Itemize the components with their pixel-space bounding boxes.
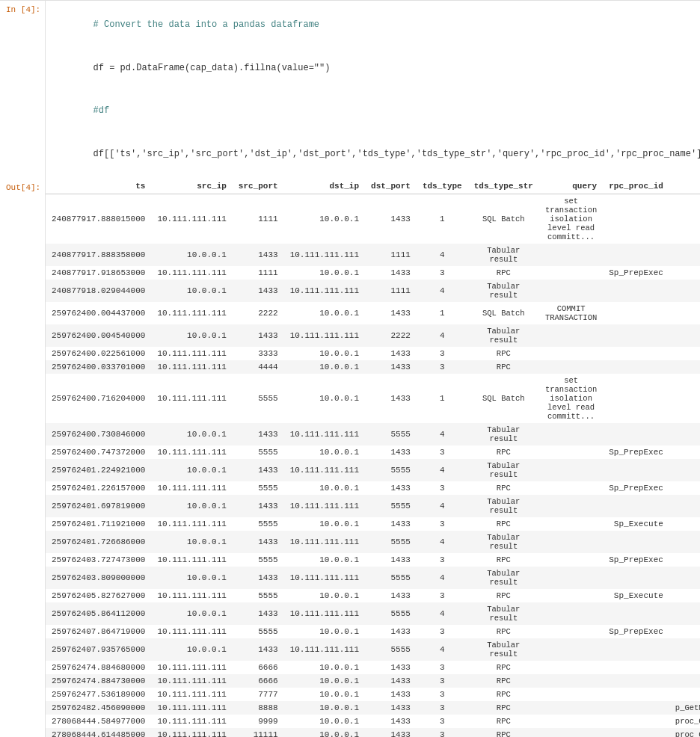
table-cell	[669, 459, 700, 481]
table-cell	[539, 324, 603, 347]
table-cell: 1111	[233, 194, 284, 244]
table-cell: 10.111.111.111	[151, 194, 232, 244]
cell-code-content[interactable]: # Convert the data into a pandas datafra…	[45, 1, 700, 179]
table-cell: 259762401.224921000	[46, 459, 151, 481]
table-cell	[603, 280, 669, 302]
table-cell: 10.111.111.111	[151, 625, 232, 638]
table-cell: RPC	[468, 553, 539, 567]
table-cell: 10.111.111.111	[151, 674, 232, 688]
table-cell: 5555	[233, 517, 284, 531]
table-cell: RPC	[468, 360, 539, 374]
code-line-2: df = pd.DataFrame(cap_data).fillna(value…	[93, 63, 331, 73]
table-cell: Tabular result	[468, 495, 539, 517]
table-cell: 278068444.584977000	[46, 715, 151, 728]
table-cell: 1433	[365, 625, 417, 638]
table-cell	[669, 194, 700, 244]
table-row: 259762401.22492100010.0.0.1143310.111.11…	[46, 459, 700, 481]
table-cell: RPC	[468, 728, 539, 737]
table-cell: 1	[417, 194, 468, 244]
table-cell: 1433	[365, 589, 417, 602]
table-cell	[539, 589, 603, 602]
table-cell	[669, 625, 700, 638]
table-cell: Sp_Execute	[603, 589, 669, 602]
table-cell: 10.0.0.1	[284, 374, 365, 423]
table-cell	[603, 688, 669, 701]
table-cell: 10.111.111.111	[284, 602, 365, 625]
table-cell: 1111	[233, 266, 284, 280]
output-content[interactable]: ts src_ip src_port dst_ip dst_port tds_t…	[45, 179, 700, 737]
table-cell: 10.0.0.1	[151, 459, 232, 481]
table-cell: 259762482.456090000	[46, 701, 151, 715]
table-cell: 3	[417, 266, 468, 280]
table-cell: 5555	[365, 423, 417, 445]
table-cell: 4	[417, 567, 468, 589]
table-cell: 1433	[365, 445, 417, 459]
table-cell	[539, 715, 603, 728]
table-cell: 1433	[233, 531, 284, 553]
table-cell: 10.0.0.1	[284, 266, 365, 280]
table-cell: 8888	[233, 701, 284, 715]
table-cell: 1433	[365, 674, 417, 688]
table-row: 259762407.86471900010.111.111.111555510.…	[46, 625, 700, 638]
table-cell: 259762400.004437000	[46, 302, 151, 324]
table-cell: 11111	[233, 728, 284, 737]
table-cell	[603, 638, 669, 661]
table-cell: Tabular result	[468, 423, 539, 445]
table-row: 259762400.71620400010.111.111.111555510.…	[46, 374, 700, 423]
table-cell: 10.111.111.111	[151, 661, 232, 674]
table-row: 240877917.91865300010.111.111.111111110.…	[46, 266, 700, 280]
output-cell: Out[4]: ts src_ip src_port dst_ip dst_po…	[0, 179, 700, 737]
table-cell: 1433	[365, 347, 417, 360]
table-cell: 5555	[365, 638, 417, 661]
table-cell: 10.111.111.111	[284, 531, 365, 553]
table-cell: 10.111.111.111	[151, 445, 232, 459]
table-cell: 5555	[365, 459, 417, 481]
table-cell: 10.0.0.1	[151, 324, 232, 347]
table-cell	[669, 481, 700, 495]
table-cell: 10.111.111.111	[151, 688, 232, 701]
table-cell: 259762401.711921000	[46, 517, 151, 531]
table-cell: 10.0.0.1	[284, 728, 365, 737]
table-cell	[539, 517, 603, 531]
table-cell	[539, 602, 603, 625]
table-cell: 1433	[365, 360, 417, 374]
table-cell: 10.0.0.1	[151, 602, 232, 625]
table-row: 240877917.88835800010.0.0.1143310.111.11…	[46, 244, 700, 266]
table-cell: 10.0.0.1	[284, 674, 365, 688]
table-cell: 3	[417, 445, 468, 459]
table-cell	[539, 495, 603, 517]
table-cell: Tabular result	[468, 638, 539, 661]
table-cell	[669, 423, 700, 445]
table-cell: RPC	[468, 688, 539, 701]
table-cell: 259762407.864719000	[46, 625, 151, 638]
table-cell: 10.0.0.1	[284, 701, 365, 715]
table-row: 259762405.86411200010.0.0.1143310.111.11…	[46, 602, 700, 625]
table-row: 259762405.82762700010.111.111.111555510.…	[46, 589, 700, 602]
table-cell: p_SaveExamp	[669, 674, 700, 688]
table-body: 240877917.88801500010.111.111.111111110.…	[46, 194, 700, 737]
table-cell: 259762400.004540000	[46, 324, 151, 347]
table-cell: 1433	[365, 715, 417, 728]
table-row: 259762401.71192100010.111.111.111555510.…	[46, 517, 700, 531]
table-cell: SQL Batch	[468, 302, 539, 324]
table-cell: 3	[417, 688, 468, 701]
table-cell: 259762403.727473000	[46, 553, 151, 567]
table-cell: 10.0.0.1	[284, 625, 365, 638]
table-cell: COMMIT TRANSACTION	[539, 302, 603, 324]
table-cell: 10.111.111.111	[284, 423, 365, 445]
table-cell: 5555	[365, 495, 417, 517]
table-cell	[603, 423, 669, 445]
table-cell	[539, 360, 603, 374]
table-cell: 1433	[233, 280, 284, 302]
table-cell: 2222	[365, 324, 417, 347]
table-cell: 4	[417, 638, 468, 661]
table-row: 278068444.61448500010.111.111.1111111110…	[46, 728, 700, 737]
table-cell: 4	[417, 423, 468, 445]
col-header-dst-ip: dst_ip	[284, 179, 365, 194]
table-cell: 10.0.0.1	[284, 481, 365, 495]
table-cell: 3	[417, 701, 468, 715]
table-cell: 9999	[233, 715, 284, 728]
table-cell: 1433	[233, 567, 284, 589]
table-cell: 4	[417, 602, 468, 625]
col-header-src-ip: src_ip	[151, 179, 232, 194]
